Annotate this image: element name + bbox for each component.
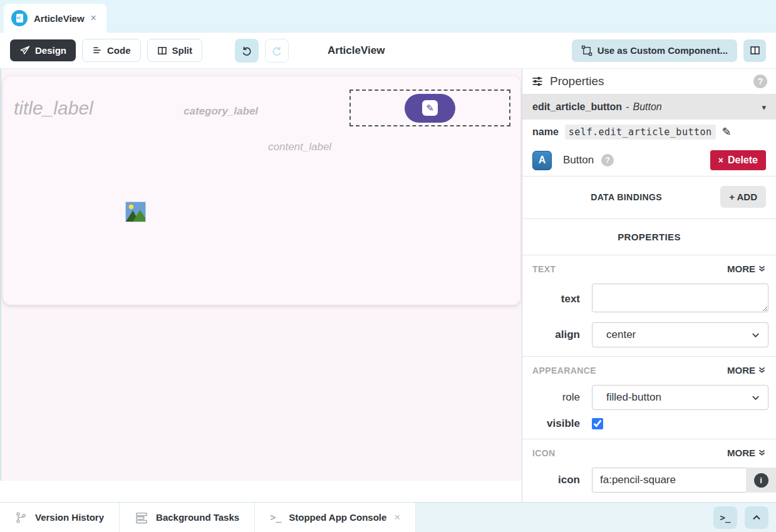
- chevron-down-icon: [751, 393, 760, 402]
- properties-title: Properties: [550, 74, 604, 88]
- chevron-up-icon: [752, 513, 762, 523]
- tab-label: ArticleView: [34, 13, 85, 24]
- sliders-icon: [531, 75, 544, 88]
- background-tasks-tab[interactable]: Background Tasks: [120, 503, 255, 532]
- component-selector-dropdown[interactable]: edit_article_button - Button ▾: [522, 95, 776, 120]
- tab-articleview[interactable]: ArticleView ×: [4, 4, 106, 33]
- data-bindings-row: DATA BINDINGS + ADD: [522, 176, 776, 219]
- code-view-button[interactable]: Code: [82, 39, 141, 62]
- visible-property-label: visible: [522, 417, 580, 430]
- selector-separator: -: [626, 101, 629, 113]
- text-section: TEXT MORE text align cen: [522, 255, 776, 357]
- content-label-placeholder[interactable]: content_label: [268, 141, 331, 153]
- design-view-button[interactable]: Design: [10, 39, 76, 61]
- icon-more-button[interactable]: MORE: [727, 448, 766, 458]
- align-selected-value: center: [606, 329, 636, 341]
- selected-component-outline[interactable]: ✎: [349, 90, 510, 126]
- form-icon: [11, 10, 28, 26]
- image-placeholder-icon[interactable]: [125, 202, 146, 222]
- align-property-label: align: [522, 329, 580, 341]
- design-label: Design: [35, 45, 66, 56]
- title-label-placeholder[interactable]: title_label: [14, 98, 93, 119]
- split-view-button[interactable]: Split: [147, 39, 203, 62]
- role-select[interactable]: filled-button: [592, 385, 768, 410]
- category-label-placeholder[interactable]: category_label: [184, 105, 258, 118]
- appearance-section-title: APPEARANCE: [532, 366, 596, 376]
- component-type-row: A Button ? × Delete: [522, 145, 776, 176]
- split-label: Split: [172, 45, 193, 56]
- icon-property-row: icon i ↑: [522, 464, 776, 496]
- open-terminal-button[interactable]: >_: [713, 506, 737, 529]
- align-property-row: align center: [522, 319, 776, 351]
- code-lines-icon: [92, 46, 102, 56]
- chevron-down-icon: [751, 330, 760, 340]
- terminal-icon: >_: [270, 512, 281, 523]
- redo-button[interactable]: [265, 39, 289, 63]
- button-component-icon: A: [532, 151, 552, 170]
- editor-main: title_label category_label ✎ content_lab…: [0, 69, 776, 502]
- visible-property-row: visible: [522, 414, 776, 434]
- appearance-section: APPEARANCE MORE role filled-button: [522, 357, 776, 439]
- delete-component-button[interactable]: × Delete: [710, 150, 766, 170]
- icon-section-title: ICON: [532, 448, 556, 458]
- icon-section: ICON MORE icon i ↑: [522, 439, 776, 501]
- bottom-bar: Version History Background Tasks >_ Stop…: [0, 502, 776, 532]
- git-branch-icon: [15, 511, 28, 524]
- text-property-label: text: [522, 293, 580, 305]
- version-history-tab[interactable]: Version History: [0, 503, 120, 532]
- bottom-bar-actions: >_: [713, 503, 776, 532]
- selected-component-name: edit_article_button: [532, 101, 622, 113]
- text-property-input[interactable]: [592, 284, 768, 312]
- object-group-icon: [581, 45, 592, 56]
- align-select[interactable]: center: [592, 322, 768, 347]
- text-property-row: text: [522, 280, 776, 319]
- role-selected-value: filled-button: [606, 391, 661, 404]
- component-python-name: self.edit_article_button: [565, 125, 716, 140]
- use-as-custom-label: Use as Custom Component...: [598, 45, 728, 56]
- panel-split-icon: [750, 45, 760, 56]
- toggle-side-panel-button[interactable]: [743, 39, 766, 62]
- background-tasks-label: Background Tasks: [156, 512, 239, 523]
- component-help-icon[interactable]: ?: [601, 154, 614, 166]
- text-section-header: TEXT MORE: [522, 255, 776, 280]
- add-data-binding-button[interactable]: + ADD: [720, 186, 766, 208]
- icon-property-label: icon: [522, 474, 580, 486]
- double-chevron-down-icon: [758, 449, 766, 457]
- edit-name-icon[interactable]: ✎: [722, 125, 732, 139]
- text-more-button[interactable]: MORE: [727, 263, 766, 274]
- task-rows-icon: [135, 511, 148, 524]
- properties-panel: Properties ? edit_article_button - Butto…: [522, 69, 776, 502]
- undo-button[interactable]: [235, 39, 259, 63]
- design-canvas[interactable]: title_label category_label ✎ content_lab…: [0, 69, 522, 502]
- chevron-down-icon: ▾: [762, 103, 766, 112]
- name-label: name: [532, 126, 559, 138]
- close-console-icon[interactable]: ×: [394, 511, 400, 524]
- more-label: MORE: [727, 448, 755, 458]
- edit-article-button[interactable]: ✎: [405, 94, 455, 123]
- more-label: MORE: [727, 263, 755, 274]
- paper-plane-icon: [19, 45, 30, 56]
- icon-info-button[interactable]: i: [746, 468, 776, 493]
- component-type-label: Button: [563, 154, 594, 166]
- app-console-tab[interactable]: >_ Stopped App Console ×: [255, 503, 416, 532]
- delete-label: Delete: [728, 155, 758, 166]
- app-console-label: Stopped App Console: [289, 512, 386, 523]
- undo-icon: [241, 44, 253, 57]
- tab-close-icon[interactable]: ×: [91, 13, 96, 24]
- editor-tab-bar: ArticleView ×: [0, 0, 776, 33]
- terminal-prompt-icon: >_: [720, 513, 731, 523]
- split-columns-icon: [157, 46, 167, 56]
- help-icon[interactable]: ?: [753, 74, 767, 88]
- pencil-square-icon: ✎: [422, 100, 438, 116]
- redo-icon: [271, 44, 283, 57]
- visible-checkbox[interactable]: [592, 418, 603, 429]
- properties-section-heading: PROPERTIES: [522, 219, 776, 255]
- code-label: Code: [107, 45, 131, 56]
- form-title: ArticleView: [328, 44, 385, 57]
- appearance-more-button[interactable]: MORE: [727, 365, 766, 376]
- use-as-custom-component-button[interactable]: Use as Custom Component...: [572, 39, 737, 62]
- icon-property-input[interactable]: [592, 468, 746, 493]
- expand-panel-button[interactable]: [745, 506, 768, 529]
- name-row: name self.edit_article_button ✎: [522, 120, 776, 145]
- article-card[interactable]: title_label category_label ✎ content_lab…: [3, 76, 520, 305]
